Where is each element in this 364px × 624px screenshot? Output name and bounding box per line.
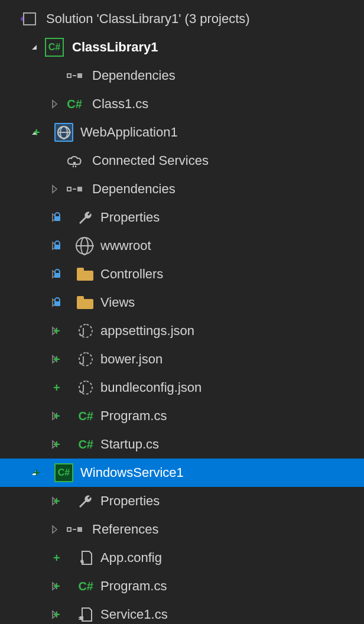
file-app-config[interactable]: + App.config <box>0 544 364 572</box>
connected-services-node[interactable]: Connected Services <box>0 147 364 175</box>
project-label: ClassLibrary1 <box>66 40 158 55</box>
csharp-file-icon: + C# <box>63 438 95 450</box>
project-windowsservice1[interactable]: + C# WindowsService1 <box>0 459 364 487</box>
svg-rect-4 <box>54 245 60 249</box>
solution-icon <box>17 11 40 27</box>
expand-toggle-icon[interactable] <box>46 525 63 534</box>
dependencies-node[interactable]: Dependencies <box>0 175 364 203</box>
add-overlay-icon: + <box>53 552 60 564</box>
svg-rect-8 <box>79 617 80 618</box>
references-icon <box>63 524 86 535</box>
file-class1-cs[interactable]: C# Class1.cs <box>0 90 364 118</box>
folder-icon <box>63 268 95 281</box>
node-label: Startup.cs <box>95 437 159 452</box>
svg-rect-3 <box>54 216 60 221</box>
project-classlibrary1[interactable]: C# ClassLibrary1 <box>0 33 364 61</box>
node-label: Program.cs <box>95 408 167 424</box>
csharp-file-icon: + C# <box>63 410 95 422</box>
add-overlay-icon: + <box>53 410 60 422</box>
node-label: wwwroot <box>95 238 151 254</box>
globe-icon <box>63 237 95 255</box>
lock-overlay-icon <box>53 210 61 225</box>
wrench-icon: + <box>63 493 95 509</box>
expand-toggle-icon[interactable] <box>46 99 63 109</box>
svg-rect-7 <box>80 616 83 620</box>
add-overlay-icon: + <box>53 382 60 394</box>
add-overlay-icon: + <box>53 495 60 507</box>
file-program-cs[interactable]: + C# Program.cs <box>0 572 364 600</box>
dependencies-icon <box>63 183 86 195</box>
properties-node[interactable]: Properties <box>0 203 364 232</box>
node-label: Service1.cs <box>95 607 168 622</box>
project-webapplication1[interactable]: + WebApplication1 <box>0 118 364 147</box>
svg-rect-5 <box>54 273 60 278</box>
references-node[interactable]: References <box>0 515 364 544</box>
node-label: bower.json <box>95 352 162 367</box>
json-file-icon: + <box>63 323 95 339</box>
json-file-icon: + <box>63 352 95 367</box>
node-label: References <box>86 522 159 537</box>
node-label: Dependencies <box>86 68 176 83</box>
svg-rect-6 <box>54 301 60 306</box>
dependencies-node[interactable]: Dependencies <box>0 61 364 90</box>
project-label: WebApplication1 <box>74 125 178 140</box>
file-service1-cs[interactable]: + Service1.cs <box>0 600 364 624</box>
json-file-icon: + <box>63 380 95 395</box>
add-overlay-icon: + <box>33 126 40 138</box>
web-project-icon: + <box>43 123 74 142</box>
wrench-icon <box>63 210 95 225</box>
controllers-folder[interactable]: Controllers <box>0 260 364 288</box>
node-label: Properties <box>95 493 160 509</box>
svg-rect-0 <box>73 162 76 164</box>
add-overlay-icon: + <box>33 467 40 479</box>
node-label: Dependencies <box>86 181 176 197</box>
solution-row[interactable]: Solution 'ClassLibrary1' (3 projects) <box>0 5 364 33</box>
add-overlay-icon: + <box>53 438 60 450</box>
node-label: Class1.cs <box>86 96 148 112</box>
file-program-cs[interactable]: + C# Program.cs <box>0 402 364 430</box>
component-file-icon: + <box>63 607 95 622</box>
csharp-file-icon: + C# <box>63 580 95 592</box>
file-startup-cs[interactable]: + C# Startup.cs <box>0 430 364 459</box>
add-overlay-icon: + <box>53 325 60 337</box>
node-label: Controllers <box>95 266 163 282</box>
csharp-project-icon: + C# <box>43 463 74 482</box>
file-appsettings-json[interactable]: + appsettings.json <box>0 317 364 345</box>
node-label: bundleconfig.json <box>95 380 202 395</box>
lock-overlay-icon <box>53 266 61 282</box>
file-bundleconfig-json[interactable]: + bundleconfig.json <box>0 373 364 402</box>
file-bower-json[interactable]: + bower.json <box>0 345 364 373</box>
wwwroot-node[interactable]: wwwroot <box>0 232 364 260</box>
csharp-file-icon: C# <box>63 98 86 110</box>
node-label: Properties <box>95 210 160 225</box>
svg-rect-9 <box>79 619 80 620</box>
folder-icon <box>63 296 95 309</box>
node-label: Connected Services <box>86 153 209 168</box>
node-label: Views <box>95 295 135 310</box>
project-label: WindowsService1 <box>74 465 184 480</box>
add-overlay-icon: + <box>53 609 60 620</box>
node-label: appsettings.json <box>95 323 194 339</box>
views-folder[interactable]: Views <box>0 288 364 317</box>
solution-label: Solution 'ClassLibrary1' (3 projects) <box>40 11 250 27</box>
csharp-project-icon: C# <box>43 38 66 57</box>
node-label: Program.cs <box>95 578 167 594</box>
add-overlay-icon: + <box>53 580 60 592</box>
lock-overlay-icon <box>53 238 61 254</box>
expand-toggle-icon[interactable] <box>46 184 63 194</box>
cloud-plug-icon <box>63 155 86 167</box>
add-overlay-icon: + <box>53 353 60 365</box>
lock-overlay-icon <box>53 295 61 310</box>
expand-toggle-icon[interactable] <box>26 43 43 52</box>
dependencies-icon <box>63 70 86 82</box>
node-label: App.config <box>95 550 162 566</box>
config-file-icon: + <box>63 550 95 566</box>
properties-node[interactable]: + Properties <box>0 487 364 515</box>
